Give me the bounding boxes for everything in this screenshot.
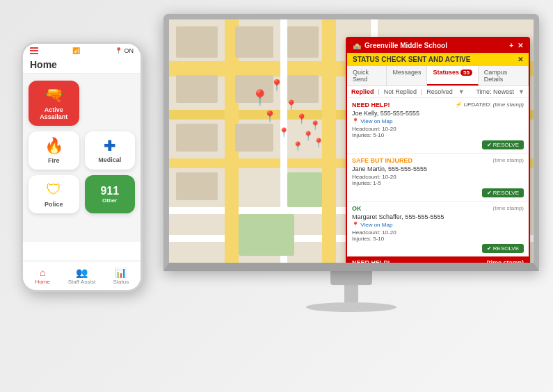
status-entry-1: NEED HELP! ⚡ UPDATED: (time stamp) Joe K… xyxy=(347,98,529,154)
popup-close-button[interactable]: ✕ xyxy=(518,42,523,49)
location-pin-3: 📍 xyxy=(285,99,297,111)
tab-quick-send[interactable]: Quick Send xyxy=(347,66,387,85)
location-pin-2: 📍 xyxy=(263,110,277,123)
entry-2-name: Jane Martin, 555-555-5555 xyxy=(352,165,524,172)
medical-button[interactable]: ✚ Medical xyxy=(85,131,136,170)
popup-header-left: 🏫 Greenville Middle School xyxy=(353,42,447,49)
time-dropdown-icon[interactable]: ▼ xyxy=(518,88,524,95)
filter-replied[interactable]: Replied xyxy=(351,88,374,95)
entry-1-footer: ✔ RESOLVE xyxy=(352,140,524,149)
nav-staff-assist[interactable]: 👥 Staff Assist xyxy=(62,267,101,285)
popup-panel: 🏫 Greenville Middle School + ✕ STATUS CH… xyxy=(346,37,530,270)
entry-3-timestamp: (time stamp) xyxy=(493,205,524,211)
entry-3-map-link[interactable]: 📍 View on Map xyxy=(352,222,524,228)
entry-1-details: Headcount: 10-20 Injuries: 5-10 xyxy=(352,126,524,138)
status-label: Status xyxy=(113,279,129,285)
fire-label: Fire xyxy=(48,157,60,164)
status-entry-2: SAFE BUT INJURED (time stamp) Jane Marti… xyxy=(347,154,529,202)
hamburger-icon[interactable] xyxy=(30,47,38,54)
location-pin-1: 📍 xyxy=(270,79,284,92)
entry-2-header: SAFE BUT INJURED (time stamp) xyxy=(352,157,524,164)
monitor-base xyxy=(306,302,396,312)
status-close-icon[interactable]: ✕ xyxy=(518,56,523,63)
filter-bar: Replied | Not Replied | Resolved ▼ Time:… xyxy=(347,86,529,98)
entry-3-resolve-button[interactable]: ✔ RESOLVE xyxy=(482,244,524,253)
popup-header-right: + ✕ xyxy=(509,42,523,49)
entry-2-footer: ✔ RESOLVE xyxy=(352,188,524,197)
police-icon: 🛡 xyxy=(46,181,61,199)
filter-not-replied[interactable]: Not Replied xyxy=(384,88,417,95)
phone-nav: ⌂ Home 👥 Staff Assist 📊 Status xyxy=(23,261,141,290)
status-check-text: STATUS CHECK SENT AND ACTIVE xyxy=(353,56,470,63)
scene: 📶 📍 ON Home 🔫 ActiveAssailant 🔥 Fire xyxy=(0,0,553,392)
wifi-icon: 📶 xyxy=(72,47,80,54)
other-label: Other xyxy=(102,197,117,204)
monitor-screen: 📍 📍 📍 📍 📍 📍 📍 📍 📍 📍 🏫 Greenville Middle … xyxy=(163,14,539,271)
entry-1-header: NEED HELP! ⚡ UPDATED: (time stamp) xyxy=(352,101,524,108)
popup-tabs: Quick Send Messages Statuses55 Campus De… xyxy=(347,66,529,86)
phone-home-title: Home xyxy=(30,59,57,70)
nav-home[interactable]: ⌂ Home xyxy=(23,267,62,285)
staff-assist-label: Staff Assist xyxy=(68,279,95,285)
popup-school-name: Greenville Middle School xyxy=(364,42,447,49)
filter-icon: ▼ xyxy=(458,88,465,95)
entry-2-timestamp: (time stamp) xyxy=(493,157,524,163)
entry-1-resolve-button[interactable]: ✔ RESOLVE xyxy=(482,140,524,149)
filter-resolved[interactable]: Resolved xyxy=(426,88,453,95)
home-nav-label: Home xyxy=(35,279,49,285)
footer-timestamp: (time stamp) xyxy=(486,259,524,266)
monitor-stand-top xyxy=(330,271,372,285)
school-icon: 🏫 xyxy=(353,42,361,49)
other-button[interactable]: 911 Other xyxy=(85,175,136,213)
footer-need-help-label: NEED HELP! xyxy=(352,259,390,266)
phone-grid: 🔫 ActiveAssailant 🔥 Fire ✚ Medical 🛡 xyxy=(29,81,135,213)
popup-body: NEED HELP! ⚡ UPDATED: (time stamp) Joe K… xyxy=(347,98,529,256)
entry-1-status: NEED HELP! xyxy=(352,101,390,108)
entry-1-name: Joe Kelly, 555-555-5555 xyxy=(352,110,524,117)
location-pin-8: 📍 xyxy=(292,141,303,152)
medical-label: Medical xyxy=(98,156,121,163)
phone-device: 📶 📍 ON Home 🔫 ActiveAssailant 🔥 Fire xyxy=(21,42,143,292)
status-entry-3: OK (time stamp) Margaret Schaffer, 555-5… xyxy=(347,202,529,256)
popup-header: 🏫 Greenville Middle School + ✕ xyxy=(347,38,529,53)
assailant-label: ActiveAssailant xyxy=(40,106,67,120)
active-assailant-button[interactable]: 🔫 ActiveAssailant xyxy=(29,81,79,126)
nav-status[interactable]: 📊 Status xyxy=(102,267,141,285)
entry-1-map-link[interactable]: 📍 View on Map xyxy=(352,118,524,124)
location-pin-4: 📍 xyxy=(296,113,307,124)
assailant-icon: 🔫 xyxy=(45,86,63,104)
popup-plus-button[interactable]: + xyxy=(509,42,513,49)
phone-status-bar: 📶 📍 ON xyxy=(23,44,141,56)
statuses-badge: 55 xyxy=(460,70,472,76)
time-label: Time: Newest xyxy=(476,88,514,95)
location-pin-7: 📍 xyxy=(303,131,314,141)
entry-3-footer: ✔ RESOLVE xyxy=(352,244,524,253)
police-label: Police xyxy=(45,201,63,208)
tab-statuses[interactable]: Statuses55 xyxy=(427,66,478,85)
location-pin-5: 📍 xyxy=(278,127,289,138)
entry-3-status: OK xyxy=(352,205,362,212)
entry-3-details: Headcount: 10-20 Injuries: 5-10 xyxy=(352,229,524,242)
entry-3-header: OK (time stamp) xyxy=(352,205,524,212)
phone-header: Home xyxy=(23,56,141,74)
assailant-pin: 📍 xyxy=(250,89,269,107)
status-icon: 📊 xyxy=(115,267,127,278)
police-button[interactable]: 🛡 Police xyxy=(29,175,79,213)
entry-2-status: SAFE BUT INJURED xyxy=(352,157,412,164)
home-nav-icon: ⌂ xyxy=(40,267,45,278)
tab-messages[interactable]: Messages xyxy=(387,66,427,85)
monitor-stand-pole xyxy=(344,285,358,302)
location-pin-6: 📍 xyxy=(310,120,321,131)
staff-assist-icon: 👥 xyxy=(76,267,88,278)
popup-status-bar: STATUS CHECK SENT AND ACTIVE ✕ xyxy=(347,53,529,66)
entry-2-details: Headcount: 10-20 Injuries: 1-5 xyxy=(352,174,524,186)
other-number-label: 911 xyxy=(100,185,119,197)
entry-3-name: Margaret Schaffer, 555-555-5555 xyxy=(352,213,524,220)
fire-button[interactable]: 🔥 Fire xyxy=(29,131,79,170)
tab-campus-details[interactable]: Campus Details xyxy=(479,66,529,85)
fire-icon: 🔥 xyxy=(45,137,63,155)
location-pin-9: 📍 xyxy=(313,138,324,148)
entry-2-resolve-button[interactable]: ✔ RESOLVE xyxy=(482,188,524,197)
entry-1-updated: ⚡ UPDATED: (time stamp) xyxy=(455,101,524,108)
monitor-device: 📍 📍 📍 📍 📍 📍 📍 📍 📍 📍 🏫 Greenville Middle … xyxy=(163,14,539,306)
